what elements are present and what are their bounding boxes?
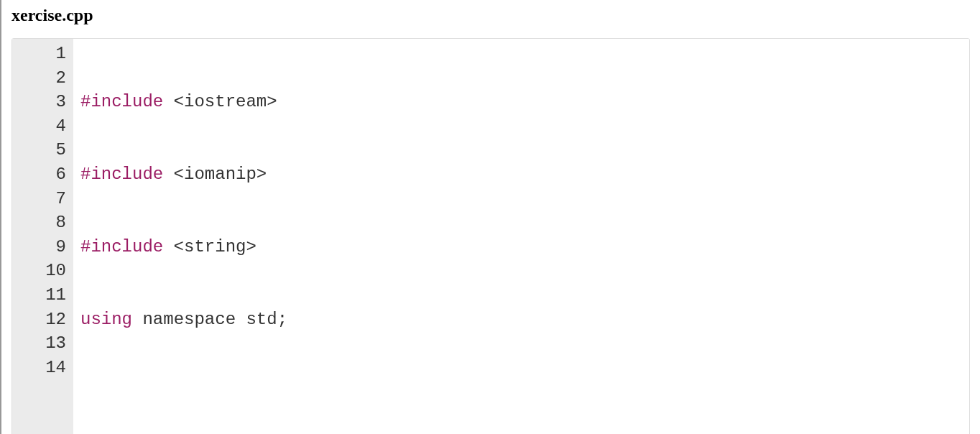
code-editor[interactable]: 1 2 3 4 5 6 7 8 9 10 11 12 13 14 #includ…	[11, 38, 970, 434]
code-line: using namespace std;	[80, 308, 962, 332]
line-number: 7	[27, 187, 66, 211]
line-number: 2	[27, 66, 66, 91]
line-number: 4	[27, 114, 66, 139]
line-number: 8	[27, 211, 66, 235]
line-number: 5	[27, 138, 66, 162]
code-line: #include <iostream>	[80, 90, 962, 114]
line-number: 10	[27, 259, 66, 283]
code-area[interactable]: #include <iostream> #include <iomanip> #…	[73, 39, 969, 434]
code-line: #include <string>	[80, 235, 962, 259]
line-number: 6	[27, 162, 66, 187]
line-number: 1	[27, 42, 66, 66]
line-number: 3	[27, 90, 66, 114]
filename-label: xercise.cpp	[1, 0, 980, 31]
line-number: 12	[27, 308, 66, 332]
line-number-gutter: 1 2 3 4 5 6 7 8 9 10 11 12 13 14	[12, 39, 73, 434]
line-number: 14	[27, 356, 66, 380]
code-line	[80, 379, 962, 404]
line-number: 11	[27, 283, 66, 308]
line-number: 9	[27, 235, 66, 259]
code-line: #include <iomanip>	[80, 162, 962, 187]
line-number: 13	[27, 331, 66, 356]
